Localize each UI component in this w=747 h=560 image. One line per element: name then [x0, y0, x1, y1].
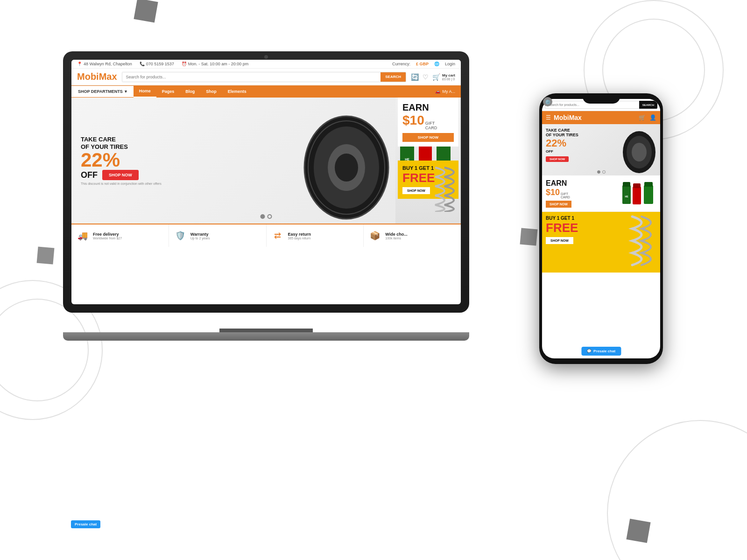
phone-icon: 📞: [140, 62, 145, 66]
phone-user-icon[interactable]: 👤: [649, 114, 656, 121]
bg-circle-5: [607, 420, 747, 560]
location-icon: 📍: [77, 62, 82, 66]
return-icon: ⇄: [271, 229, 284, 242]
nav-shop[interactable]: Shop: [200, 86, 222, 97]
feature-delivery: 🚚 Free delivery Worldwide from $27: [71, 224, 169, 247]
hours-text: Mon. - Sat. 10:00 am - 20:00 pm: [188, 62, 249, 66]
cart-label: My cart: [442, 73, 455, 77]
site-nav: SHOP DEPARTMENTS ▾ Home Pages Blog Shop …: [71, 85, 461, 98]
feature-warranty-text: Warranty Up to 2 years: [190, 232, 210, 240]
cart-price: £0.00 | 0: [442, 77, 455, 81]
svg-point-16: [632, 143, 647, 161]
nav-pages[interactable]: Pages: [156, 86, 180, 97]
laptop-device: 📍 48 Walwyn Rd, Chapelton 📞 070 5159 153…: [63, 51, 469, 341]
address-text: 48 Walwyn Rd, Chapelton: [84, 62, 132, 66]
cart-button[interactable]: 🛒 My cart £0.00 | 0: [432, 73, 455, 81]
return-title: Easy return: [288, 232, 311, 237]
springs-image: [430, 165, 458, 212]
search-button[interactable]: SEARCH: [381, 72, 406, 82]
search-input[interactable]: [122, 72, 381, 82]
return-sub: 365 days return: [288, 237, 311, 240]
hours-item: ⏰ Mon. - Sat. 10:00 am - 20:00 pm: [182, 62, 249, 66]
nav-blog[interactable]: Blog: [180, 86, 200, 97]
bg-rect-4: [520, 228, 538, 246]
bg-rect-1: [134, 0, 158, 23]
car-icon: 🚗: [435, 89, 440, 94]
bg-rect-2: [626, 518, 650, 543]
phone-item: 📞 070 5159 1537: [140, 62, 174, 66]
currency-value[interactable]: £ GBP: [416, 62, 429, 66]
phone-dot-2[interactable]: [602, 170, 606, 174]
login-link[interactable]: Login: [445, 62, 455, 66]
hero-shop-now-button[interactable]: SHOP NOW: [102, 170, 139, 180]
svg-text:HE: HE: [625, 195, 629, 198]
phone-card-label: CARD: [561, 196, 570, 199]
earn-card: EARN $10 GIFT CARD SHOP NOW: [398, 98, 458, 147]
svg-rect-23: [644, 182, 653, 187]
phone-buy1-section: BUY 1 GET 1 FREE SHOP NOW: [542, 212, 660, 273]
phone-search-button[interactable]: SEARCH: [639, 101, 657, 109]
phone-hero-shop-button[interactable]: SHOP NOW: [546, 156, 569, 162]
phone-screen: SEARCH ☰ MobiMax 🛒 👤 ⚙️ TAKE CARE OF: [542, 99, 660, 358]
phone-cart-icon[interactable]: 🛒: [639, 114, 646, 121]
phone-dot-1[interactable]: [597, 170, 600, 174]
site-header: MobiMax SEARCH 🔄 ♡ 🛒 My cart £0.00 | 0: [71, 69, 461, 85]
svg-rect-17: [622, 185, 631, 204]
refresh-icon[interactable]: 🔄: [411, 73, 419, 81]
site-logo[interactable]: MobiMax: [77, 71, 117, 82]
phone-chat-icon: 💬: [587, 349, 592, 353]
buy1get1-card: BUY 1 GET 1 FREE SHOP NOW: [398, 161, 458, 199]
warranty-sub: Up to 2 years: [190, 237, 210, 240]
bg-rect-3: [37, 247, 55, 265]
phone-presale-label: Presale chat: [593, 349, 615, 353]
earn-dollar: $10: [402, 113, 424, 128]
phone-earn-shop-button[interactable]: SHOP NOW: [546, 201, 571, 208]
earn-shop-button[interactable]: SHOP NOW: [402, 133, 454, 142]
tire-svg: [300, 102, 393, 224]
wide-title: Wide cho...: [385, 232, 407, 237]
svg-rect-20: [633, 187, 641, 204]
earn-title: EARN: [402, 102, 454, 113]
nav-elements[interactable]: Elements: [222, 86, 252, 97]
currency-label: Currency:: [392, 62, 410, 66]
phone-earn-amount: $10 GIFT CARD: [546, 188, 571, 199]
wishlist-icon[interactable]: ♡: [423, 73, 429, 81]
phone-menu-icon[interactable]: ☰: [546, 114, 551, 121]
search-bar: SEARCH: [122, 72, 406, 82]
phone-presale-button[interactable]: 💬 Presale chat: [581, 347, 621, 356]
cart-icon: 🛒: [432, 73, 440, 81]
phone-hero-dots: [597, 170, 606, 174]
shop-departments-button[interactable]: SHOP DEPARTMENTS ▾: [71, 86, 134, 97]
laptop-camera: [264, 55, 268, 59]
feature-return: ⇄ Easy return 365 days return: [267, 224, 364, 247]
nav-my-account[interactable]: 🚗 My A...: [430, 86, 461, 97]
phone-earn-labels: GIFT CARD: [561, 192, 570, 199]
feature-wide: 📦 Wide cho... 100k items: [364, 224, 461, 247]
hero-dot-1[interactable]: [261, 214, 265, 219]
svg-rect-21: [633, 183, 641, 188]
phone-logo[interactable]: MobiMax: [554, 114, 582, 121]
hero-content: TAKE CARE OF YOUR TIRES 22% OFF SHOP NOW…: [71, 126, 171, 195]
clock-icon: ⏰: [182, 62, 187, 66]
hero-dot-2[interactable]: [268, 214, 272, 219]
logo-first: Mobi: [77, 71, 99, 82]
earn-card-label: CARD: [425, 126, 437, 130]
feature-wide-text: Wide cho... 100k items: [385, 232, 407, 240]
presale-chat-button[interactable]: Presale chat: [71, 520, 100, 528]
phone-text: 070 5159 1537: [146, 62, 174, 66]
phone-header: ☰ MobiMax 🛒 👤: [542, 111, 660, 124]
hero-off-text: OFF: [81, 170, 98, 180]
phone-logo-second: Max: [569, 114, 582, 121]
hero-section: TAKE CARE OF YOUR TIRES 22% OFF SHOP NOW…: [71, 98, 461, 224]
earn-amount: $10 GIFT CARD: [402, 113, 454, 130]
hero-tire-image: [300, 102, 393, 224]
phone-buy1-shop-button[interactable]: SHOP NOW: [546, 237, 573, 244]
site-topbar: 📍 48 Walwyn Rd, Chapelton 📞 070 5159 153…: [71, 60, 461, 69]
phone-springs: [625, 214, 658, 270]
phone-earn-text: EARN $10 GIFT CARD SHOP NOW: [546, 179, 571, 208]
buy1-shop-button[interactable]: SHOP NOW: [402, 187, 430, 194]
nav-home[interactable]: Home: [134, 85, 156, 98]
globe-icon[interactable]: 🌐: [434, 62, 439, 66]
svg-point-3: [335, 154, 358, 182]
feature-delivery-text: Free delivery Worldwide from $27: [93, 232, 122, 240]
